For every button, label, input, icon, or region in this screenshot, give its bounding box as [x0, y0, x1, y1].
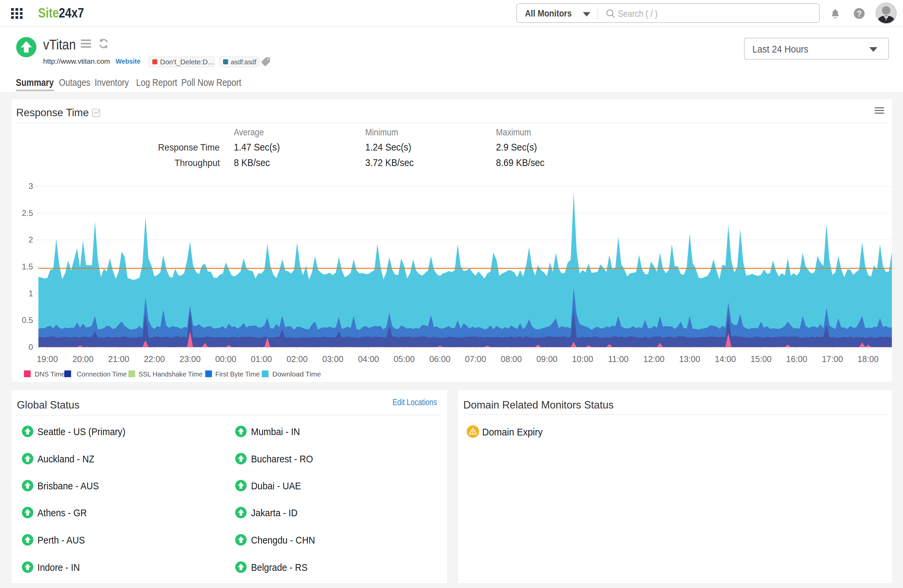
svg-text:?: ?	[857, 9, 862, 18]
svg-text:0.5: 0.5	[22, 315, 33, 325]
svg-text:10:00: 10:00	[572, 354, 593, 364]
svg-text:19:00: 19:00	[37, 354, 58, 364]
svg-text:12:00: 12:00	[643, 354, 665, 364]
svg-text:05:00: 05:00	[393, 354, 415, 364]
svg-text:13:00: 13:00	[679, 354, 700, 364]
svg-text:16:00: 16:00	[786, 354, 807, 364]
svg-text:14:00: 14:00	[715, 354, 736, 364]
svg-text:15:00: 15:00	[750, 354, 772, 364]
svg-text:21:00: 21:00	[108, 354, 129, 364]
svg-text:04:00: 04:00	[358, 354, 379, 364]
svg-text:11:00: 11:00	[608, 354, 629, 364]
svg-text:2.5: 2.5	[22, 209, 33, 218]
svg-text:17:00: 17:00	[822, 354, 843, 364]
svg-text:09:00: 09:00	[536, 354, 558, 364]
svg-text:3: 3	[28, 182, 33, 191]
svg-text:08:00: 08:00	[501, 354, 522, 364]
svg-text:1: 1	[28, 289, 33, 298]
svg-text:0: 0	[28, 342, 33, 351]
svg-text:18:00: 18:00	[857, 354, 879, 364]
svg-text:00:00: 00:00	[215, 354, 236, 364]
svg-text:22:00: 22:00	[144, 354, 165, 364]
svg-text:2: 2	[28, 235, 33, 244]
svg-text:20:00: 20:00	[72, 354, 94, 364]
svg-text:1.5: 1.5	[22, 262, 33, 271]
svg-text:02:00: 02:00	[287, 354, 308, 364]
svg-text:23:00: 23:00	[179, 354, 201, 364]
svg-text:06:00: 06:00	[429, 354, 450, 364]
svg-text:07:00: 07:00	[465, 354, 486, 364]
svg-text:01:00: 01:00	[251, 354, 272, 364]
svg-text:03:00: 03:00	[322, 354, 344, 364]
